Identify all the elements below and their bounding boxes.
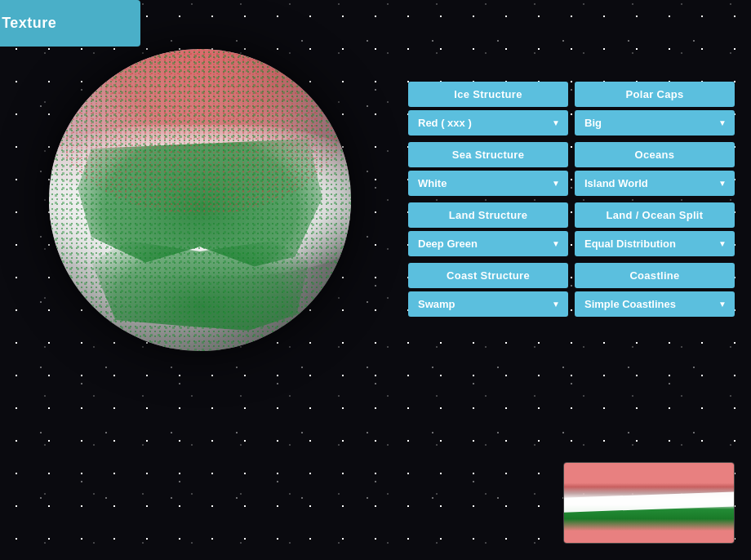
texture-white-band [563, 491, 735, 513]
land-ocean-split-label: Land / Ocean Split [575, 202, 735, 228]
texture-preview [563, 462, 735, 544]
land-ocean-split-group: Land / Ocean Split Equal Distribution Mo… [575, 202, 735, 256]
planet [49, 49, 351, 351]
coast-structure-select-wrapper[interactable]: Swamp Beach Cliffs None [408, 291, 568, 317]
coast-structure-select[interactable]: Swamp Beach Cliffs None [408, 291, 568, 317]
polar-caps-select[interactable]: Big Medium Small None [575, 110, 735, 136]
land-ocean-split-select-wrapper[interactable]: Equal Distribution More Land More Ocean … [575, 231, 735, 256]
controls-panel: Ice Structure Red ( xxx ) White Blue Non… [408, 82, 735, 317]
coastline-group: Coastline Simple Coastlines Complex Coas… [575, 263, 735, 317]
ice-structure-select[interactable]: Red ( xxx ) White Blue None [408, 110, 568, 136]
oceans-select[interactable]: Island World Pangaea Many Islands Water … [575, 171, 735, 196]
sea-structure-label: Sea Structure [408, 142, 568, 167]
sea-structure-select-wrapper[interactable]: White Blue Green Red [408, 171, 568, 196]
polar-caps-label: Polar Caps [575, 82, 735, 107]
land-structure-group: Land Structure Deep Green Light Green De… [408, 202, 568, 256]
coastline-select[interactable]: Simple Coastlines Complex Coastlines No … [575, 291, 735, 317]
land-structure-label: Land Structure [408, 202, 568, 228]
planet-speckles-green [49, 49, 351, 351]
oceans-group: Oceans Island World Pangaea Many Islands… [575, 142, 735, 196]
polar-caps-group: Polar Caps Big Medium Small None [575, 82, 735, 136]
oceans-select-wrapper[interactable]: Island World Pangaea Many Islands Water … [575, 171, 735, 196]
coast-structure-group: Coast Structure Swamp Beach Cliffs None [408, 263, 568, 317]
ice-structure-group: Ice Structure Red ( xxx ) White Blue Non… [408, 82, 568, 136]
sea-structure-group: Sea Structure White Blue Green Red [408, 142, 568, 196]
ice-structure-select-wrapper[interactable]: Red ( xxx ) White Blue None [408, 110, 568, 136]
land-structure-select[interactable]: Deep Green Light Green Desert Arctic [408, 231, 568, 256]
generate-texture-button[interactable]: Generate Texture [0, 0, 140, 47]
texture-preview-inner [564, 463, 734, 543]
polar-caps-select-wrapper[interactable]: Big Medium Small None [575, 110, 735, 136]
coastline-label: Coastline [575, 263, 735, 288]
coast-structure-label: Coast Structure [408, 263, 568, 288]
oceans-label: Oceans [575, 142, 735, 167]
coastline-select-wrapper[interactable]: Simple Coastlines Complex Coastlines No … [575, 291, 735, 317]
planet-container [49, 49, 359, 392]
sea-structure-select[interactable]: White Blue Green Red [408, 171, 568, 196]
ice-structure-label: Ice Structure [408, 82, 568, 107]
land-ocean-split-select[interactable]: Equal Distribution More Land More Ocean … [575, 231, 735, 256]
land-structure-select-wrapper[interactable]: Deep Green Light Green Desert Arctic [408, 231, 568, 256]
